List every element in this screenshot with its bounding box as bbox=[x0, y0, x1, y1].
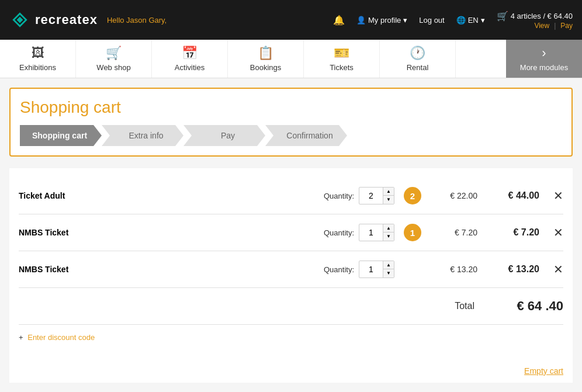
chevron-down-icon: ▾ bbox=[403, 16, 407, 25]
svg-marker-1 bbox=[17, 17, 23, 23]
logout-link[interactable]: Log out bbox=[419, 16, 444, 25]
step-shopping-cart-label: Shopping cart bbox=[32, 131, 87, 140]
tab-bookings-label: Bookings bbox=[250, 63, 281, 72]
cart-summary: 🛒 4 articles / € 64.40 View | Pay bbox=[497, 11, 573, 30]
cart-pay-link[interactable]: Pay bbox=[560, 22, 573, 30]
tab-exhibitions-label: Exhibitions bbox=[19, 63, 56, 72]
item-quantity-section: Quantity: ▲ ▼ bbox=[324, 261, 394, 278]
qty-input-wrap: ▲ ▼ bbox=[359, 261, 394, 278]
cart-count-label: 4 articles / € 64.40 bbox=[511, 12, 573, 20]
qty-up-button[interactable]: ▲ bbox=[383, 188, 394, 196]
step-shopping-cart[interactable]: Shopping cart bbox=[20, 125, 102, 146]
item-total-price: € 7.20 bbox=[487, 227, 539, 238]
quantity-stepper[interactable] bbox=[359, 262, 383, 276]
lang-label: EN bbox=[468, 16, 479, 25]
language-selector[interactable]: 🌐 EN ▾ bbox=[456, 16, 485, 25]
qty-label: Quantity: bbox=[324, 265, 354, 274]
person-icon: 👤 bbox=[356, 16, 366, 25]
main-content: Shopping cart Shopping cart Extra info P… bbox=[0, 78, 582, 392]
chevron-down-icon: ▾ bbox=[481, 16, 485, 25]
cart-links: View | Pay bbox=[534, 22, 573, 30]
qty-arrows: ▲ ▼ bbox=[383, 224, 394, 241]
discount-row: + Enter discount code bbox=[19, 325, 563, 350]
item-unit-price: € 13.20 bbox=[431, 265, 477, 274]
step-confirmation[interactable]: Confirmation bbox=[265, 125, 347, 146]
tab-tickets[interactable]: 🎫 Tickets bbox=[304, 40, 380, 78]
plus-icon: + bbox=[19, 333, 23, 342]
total-value: € 64 .40 bbox=[493, 299, 563, 314]
logo-icon bbox=[9, 9, 30, 30]
total-label: Total bbox=[455, 301, 474, 311]
remove-item-button[interactable]: ✕ bbox=[553, 189, 563, 203]
remove-item-button[interactable]: ✕ bbox=[553, 226, 563, 240]
qty-badge: 2 bbox=[404, 187, 421, 204]
cart-icon: 🛒 bbox=[497, 11, 508, 22]
tab-bookings[interactable]: 📋 Bookings bbox=[228, 40, 304, 78]
nav-tabs: 🖼 Exhibitions 🛒 Web shop 📅 Activities 📋 … bbox=[0, 40, 582, 78]
qty-down-button[interactable]: ▼ bbox=[383, 233, 394, 241]
cart-items-container: Ticket Adult Quantity: ▲ ▼ 2 € 22.00 € 4… bbox=[9, 168, 573, 359]
tab-activities-label: Activities bbox=[175, 63, 205, 72]
qty-badge: 1 bbox=[404, 224, 421, 241]
item-unit-price: € 22.00 bbox=[431, 191, 477, 200]
qty-arrows: ▲ ▼ bbox=[383, 188, 394, 204]
quantity-stepper[interactable] bbox=[359, 189, 383, 203]
empty-cart-row: Empty cart bbox=[9, 359, 573, 383]
tab-rental-label: Rental bbox=[407, 63, 429, 72]
qty-up-button[interactable]: ▲ bbox=[383, 224, 394, 233]
qty-label: Quantity: bbox=[324, 192, 354, 200]
logo-text: recreatex bbox=[35, 12, 98, 27]
item-quantity-section: Quantity: ▲ ▼ bbox=[324, 224, 394, 241]
qty-input-wrap: ▲ ▼ bbox=[359, 187, 394, 204]
empty-cart-link[interactable]: Empty cart bbox=[524, 366, 563, 376]
item-name: NMBS Ticket bbox=[19, 228, 124, 237]
item-quantity-section: Quantity: ▲ ▼ bbox=[324, 187, 394, 204]
remove-item-button[interactable]: ✕ bbox=[553, 262, 563, 276]
tab-tickets-label: Tickets bbox=[330, 63, 354, 72]
bell-icon[interactable]: 🔔 bbox=[333, 15, 345, 26]
qty-down-button[interactable]: ▼ bbox=[383, 196, 394, 204]
checkout-stepper: Shopping cart Extra info Pay Confirmatio… bbox=[20, 125, 562, 146]
item-name: NMBS Ticket bbox=[19, 265, 124, 274]
quantity-stepper[interactable] bbox=[359, 226, 383, 240]
bottom-buttons: CONTINUE SHOPPING CONTINUE bbox=[9, 383, 573, 392]
shopping-cart-box: Shopping cart Shopping cart Extra info P… bbox=[9, 88, 573, 157]
table-row: NMBS Ticket Quantity: ▲ ▼ 1 € 7.20 € 7.2… bbox=[19, 214, 563, 251]
item-total-price: € 13.20 bbox=[487, 264, 539, 275]
tickets-icon: 🎫 bbox=[334, 46, 349, 61]
step-confirmation-label: Confirmation bbox=[286, 131, 332, 140]
activities-icon: 📅 bbox=[182, 46, 198, 61]
webshop-icon: 🛒 bbox=[106, 46, 122, 61]
discount-code-link[interactable]: Enter discount code bbox=[27, 333, 95, 342]
tab-exhibitions[interactable]: 🖼 Exhibitions bbox=[0, 40, 76, 78]
step-pay-label: Pay bbox=[221, 131, 235, 140]
item-unit-price: € 7.20 bbox=[431, 228, 477, 237]
tab-rental[interactable]: 🕐 Rental bbox=[380, 40, 456, 78]
logo: recreatex bbox=[9, 9, 98, 30]
qty-arrows: ▲ ▼ bbox=[383, 261, 394, 277]
bookings-icon: 📋 bbox=[258, 46, 273, 61]
profile-label: My profile bbox=[368, 16, 401, 25]
profile-menu[interactable]: 👤 My profile ▾ bbox=[356, 16, 407, 25]
globe-icon: 🌐 bbox=[456, 16, 466, 25]
qty-down-button[interactable]: ▼ bbox=[383, 269, 394, 277]
item-name: Ticket Adult bbox=[19, 191, 124, 200]
table-row: Ticket Adult Quantity: ▲ ▼ 2 € 22.00 € 4… bbox=[19, 178, 563, 214]
chevron-right-icon: › bbox=[542, 46, 546, 61]
total-row: Total € 64 .40 bbox=[19, 288, 563, 325]
step-extra-info[interactable]: Extra info bbox=[102, 125, 183, 146]
header-greeting: Hello Jason Gary, bbox=[107, 16, 167, 25]
tab-webshop-label: Web shop bbox=[96, 63, 130, 72]
cart-view-link[interactable]: View bbox=[534, 22, 549, 30]
step-pay[interactable]: Pay bbox=[183, 125, 265, 146]
tab-activities[interactable]: 📅 Activities bbox=[152, 40, 228, 78]
page-title: Shopping cart bbox=[20, 98, 562, 117]
qty-up-button[interactable]: ▲ bbox=[383, 261, 394, 269]
header-actions: 🔔 👤 My profile ▾ Log out 🌐 EN ▾ 🛒 4 arti… bbox=[333, 11, 573, 30]
tab-webshop[interactable]: 🛒 Web shop bbox=[76, 40, 152, 78]
pipe-divider: | bbox=[554, 22, 556, 30]
qty-input-wrap: ▲ ▼ bbox=[359, 224, 394, 241]
tab-more-modules[interactable]: › More modules bbox=[506, 40, 582, 78]
qty-label: Quantity: bbox=[324, 228, 354, 237]
step-extra-info-label: Extra info bbox=[129, 131, 163, 140]
